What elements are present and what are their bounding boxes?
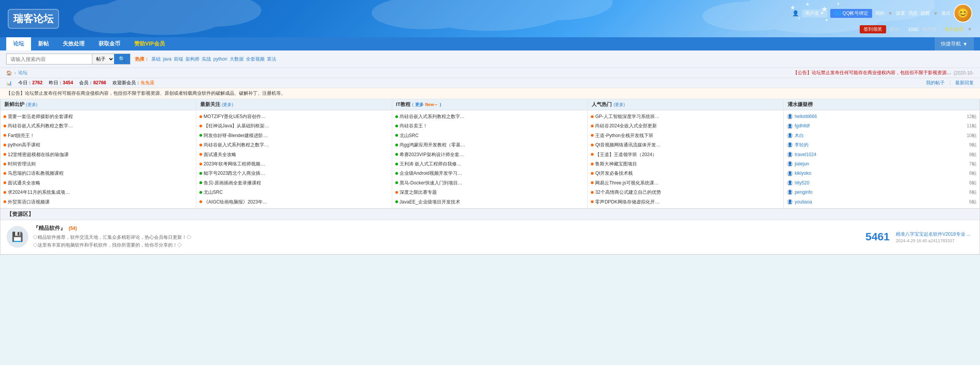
hot-tag-4[interactable]: 实战: [202, 56, 211, 63]
latest-item-4[interactable]: 面试通关全攻略: [199, 150, 389, 159]
it-item-2[interactable]: 北山SRC: [395, 131, 585, 140]
fresh-item-6[interactable]: 马思瑞的口语私教视频课程: [3, 169, 193, 178]
latest-reply-link[interactable]: 最新回复: [955, 80, 974, 86]
hot-tag-3[interactable]: 架构师: [185, 56, 199, 63]
col-fresh-more[interactable]: (更多): [26, 102, 37, 108]
fresh-item-2[interactable]: Fart脱売王！: [3, 131, 193, 140]
it-item-6[interactable]: 企业级Android视频开发学习路线+项目实战: [395, 169, 585, 178]
latest-item-1[interactable]: 【狂神说Java】从基础到框架到实战: [199, 121, 389, 130]
it-item-9[interactable]: JavaEE_企业级项目开发技术: [395, 197, 585, 207]
popular-item-9[interactable]: 零声DPDK网络存储虚拟化开发（vpp/OvS/DDos/SDN/N: [591, 197, 780, 207]
hot-tag-8[interactable]: 算法: [267, 56, 276, 63]
popular-item-6[interactable]: Qt开发必备技术栈: [591, 169, 780, 178]
search-input[interactable]: [7, 54, 92, 64]
popular-item-3[interactable]: Qt音视频网络通讯流媒体开发实战TCPUDPP2PRTSPRT: [591, 140, 780, 149]
fresh-item-0[interactable]: 需要一套伍老师摄影的全套课程: [3, 112, 193, 121]
messages-link[interactable]: 消息: [908, 10, 918, 17]
nav-item-newpost[interactable]: 新帖: [31, 37, 56, 50]
hot-tag-0[interactable]: 基础: [151, 56, 161, 63]
water-item-2[interactable]: 👤 木白 10帖: [787, 131, 977, 140]
popular-item-4[interactable]: 【王道】王道领学班（2024）: [591, 150, 780, 159]
col-latest-more[interactable]: (更多): [222, 102, 233, 108]
hot-tag-2[interactable]: 前端: [174, 56, 183, 63]
col-it-more2[interactable]: 更多: [415, 102, 424, 108]
fresh-item-9[interactable]: 外贸英语口语视频课: [3, 197, 193, 207]
settings-link[interactable]: 设置: [896, 10, 905, 17]
popular-item-0[interactable]: GP-人工智能深度学习系统班第七期: [591, 112, 780, 121]
water-item-4[interactable]: 👤 travel1024 8帖: [787, 150, 977, 159]
notice-text-right[interactable]: 【公告】论坛禁止发布任何可能存在商业侵权内容，包括但不限于影视资源…: [793, 70, 951, 76]
popular-item-8[interactable]: 32个高情商公式建立自己的优势: [591, 188, 780, 197]
water-user-5[interactable]: jialejun: [795, 160, 809, 168]
search-btn[interactable]: 🔍: [114, 54, 130, 64]
sep-arrow: ›: [14, 70, 16, 76]
forum-link[interactable]: 论坛: [18, 70, 28, 76]
it-item-1[interactable]: 尚硅谷卖王！: [395, 121, 585, 130]
col-popular-more[interactable]: (更多): [613, 102, 625, 108]
latest-item-0[interactable]: MOTZIFY墨化UE5内容创作研修班: [199, 112, 389, 121]
home-icon[interactable]: 🏠: [6, 70, 12, 76]
water-user-4[interactable]: travel1024: [795, 151, 816, 158]
my-posts-link[interactable]: 我的帖子: [926, 80, 945, 86]
it-item-8[interactable]: 深度之限比赛专题: [395, 188, 585, 197]
water-user-7[interactable]: hlly520: [795, 179, 809, 187]
water-user-1[interactable]: fgdhlldf: [795, 122, 810, 130]
fresh-item-8[interactable]: 求2024年11月的系统集成项目管理师——新版教材——: [3, 188, 193, 197]
qq-bind-btn[interactable]: QQ QQ帐号绑定: [830, 9, 872, 18]
hot-tag-1[interactable]: java: [163, 56, 171, 62]
water-item-7[interactable]: 👤 hlly520 6帖: [787, 178, 977, 188]
water-item-1[interactable]: 👤 fgdhlldf 11帖: [787, 121, 977, 130]
fresh-item-1[interactable]: 尚硅谷嵌入式系列教程之数字电路：从零搭建计算机: [3, 121, 193, 130]
fresh-item-3[interactable]: python高手课程: [3, 140, 193, 149]
hot-tag-7[interactable]: 全套视频: [246, 56, 265, 63]
latest-item-3[interactable]: 尚硅谷嵌入式系列教程之数字电路：从零搭建计算机: [199, 140, 389, 149]
hot-tag-5[interactable]: python: [213, 56, 227, 62]
water-item-6[interactable]: 👤 kikiyoko 6帖: [787, 169, 977, 178]
logout-link[interactable]: 退出: [941, 10, 951, 17]
it-item-7[interactable]: 黑马-Docker快速入门到项目部署: [395, 178, 585, 188]
popular-item-7[interactable]: 网易云Three.js可视化系统课程WebGL: [591, 178, 780, 188]
latest-item-5[interactable]: 2023年软考网络工程师视频课程【精讲+真题+冲刺】: [199, 159, 389, 169]
resource-latest-title[interactable]: 精准八字宝宝起名软件V2018专业 ...: [896, 231, 973, 238]
my-link[interactable]: 我的: [875, 10, 885, 17]
latest-item-9[interactable]: 《AIGC绘画电脑报》2023年第31期【PDF+图片】TB价: [199, 197, 389, 207]
water-item-9[interactable]: 👤 youliaoa 6帖: [787, 197, 977, 207]
gold-btn[interactable]: 签到领奖: [860, 25, 886, 33]
fresh-item-5[interactable]: 时间管理法则: [3, 159, 193, 169]
it-item-4[interactable]: 希赛2023VIP架构设计师全套视频: [395, 150, 585, 159]
col-it-more[interactable]: (: [412, 102, 414, 107]
water-user-6[interactable]: kikiyoko: [795, 169, 811, 177]
latest-item-6[interactable]: 鲶字号2023西北个人商业插画价值提升课第3期: [199, 169, 389, 178]
quick-nav-btn[interactable]: 快捷导航▼: [935, 37, 974, 50]
user-group-value[interactable]: 永久会员: [945, 26, 963, 33]
it-item-0[interactable]: 尚硅谷嵌入式系列教程之数字电路：从零搭建计算机: [395, 112, 585, 121]
logo[interactable]: 瑞客论坛: [8, 9, 59, 29]
water-user-8[interactable]: penginfo: [795, 188, 812, 196]
nav-item-expired[interactable]: 失效处理: [56, 37, 92, 50]
fresh-item-4[interactable]: 12堂维密超模都在练的瑜伽课: [3, 150, 193, 159]
search-type-select[interactable]: 帖子: [92, 54, 114, 64]
latest-item-8[interactable]: 北山SRC: [199, 188, 389, 197]
nav-item-gold[interactable]: 获取金币: [92, 37, 127, 50]
it-item-5[interactable]: 王利涛 嵌入式工程师自我修养系列视频教程 Linux三创: [395, 159, 585, 169]
latest-item-2[interactable]: 阿发你好呀-Blender建模进阶+高阶教程: [199, 131, 389, 140]
water-item-8[interactable]: 👤 penginfo 6帖: [787, 188, 977, 197]
water-item-3[interactable]: 👤 李轻的 9帖: [787, 140, 977, 149]
water-item-0[interactable]: 👤 hellotiti666 12帖: [787, 112, 977, 121]
water-item-5[interactable]: 👤 jialejun 7帖: [787, 159, 977, 169]
popular-item-2[interactable]: 王道-Python全栈开发线下班: [591, 131, 780, 140]
water-count-5: 7帖: [969, 160, 977, 168]
popular-item-5[interactable]: 鲁斯大神藏宝图项目: [591, 159, 780, 169]
water-user-2[interactable]: 木白: [795, 132, 804, 139]
hot-tag-6[interactable]: 大数据: [230, 56, 244, 63]
water-user-9[interactable]: youliaoa: [795, 198, 812, 206]
nav-item-vip[interactable]: 赞助VIP会员: [127, 37, 172, 50]
nav-item-forum[interactable]: 论坛: [6, 37, 31, 50]
water-user-0[interactable]: hellotiti666: [795, 113, 817, 120]
it-item-3[interactable]: 尚gg鸿蒙应用开发教程（零基础/项目篇）共72课: [395, 140, 585, 149]
water-user-3[interactable]: 李轻的: [795, 141, 809, 149]
popular-item-1[interactable]: 尚硅谷2024全嵌入式全部更新: [591, 121, 780, 130]
latest-item-7[interactable]: 鱼贝-原画插画全套录播课程: [199, 178, 389, 188]
fresh-item-7[interactable]: 面试通关全攻略: [3, 178, 193, 188]
alerts-link[interactable]: 提醒: [921, 10, 930, 17]
